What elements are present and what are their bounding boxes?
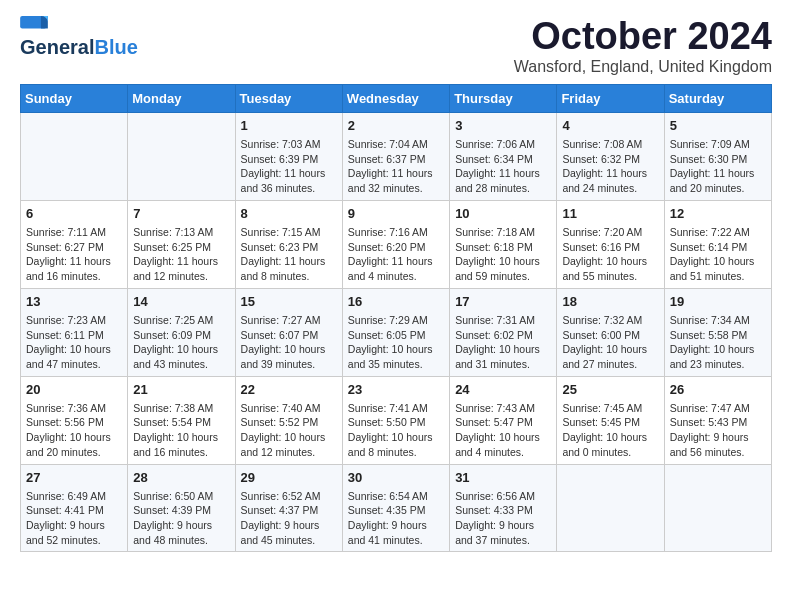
calendar-cell: 17Sunrise: 7:31 AM Sunset: 6:02 PM Dayli… (450, 288, 557, 376)
logo-general: General (20, 36, 94, 59)
day-number: 27 (26, 469, 122, 487)
day-number: 3 (455, 117, 551, 135)
calendar-cell: 7Sunrise: 7:13 AM Sunset: 6:25 PM Daylig… (128, 200, 235, 288)
day-number: 11 (562, 205, 658, 223)
logo-icon (20, 16, 48, 34)
day-number: 8 (241, 205, 337, 223)
day-info: Sunrise: 6:54 AM Sunset: 4:35 PM Dayligh… (348, 489, 444, 548)
logo-blue: Blue (94, 36, 137, 59)
day-number: 6 (26, 205, 122, 223)
day-info: Sunrise: 7:47 AM Sunset: 5:43 PM Dayligh… (670, 401, 766, 460)
calendar-cell (664, 464, 771, 552)
calendar-cell: 13Sunrise: 7:23 AM Sunset: 6:11 PM Dayli… (21, 288, 128, 376)
calendar-week: 1Sunrise: 7:03 AM Sunset: 6:39 PM Daylig… (21, 112, 772, 200)
title-area: October 2024 Wansford, England, United K… (514, 16, 772, 76)
day-info: Sunrise: 7:06 AM Sunset: 6:34 PM Dayligh… (455, 137, 551, 196)
calendar-table: SundayMondayTuesdayWednesdayThursdayFrid… (20, 84, 772, 553)
day-number: 28 (133, 469, 229, 487)
day-info: Sunrise: 7:18 AM Sunset: 6:18 PM Dayligh… (455, 225, 551, 284)
calendar-cell: 25Sunrise: 7:45 AM Sunset: 5:45 PM Dayli… (557, 376, 664, 464)
day-info: Sunrise: 7:27 AM Sunset: 6:07 PM Dayligh… (241, 313, 337, 372)
calendar-cell: 6Sunrise: 7:11 AM Sunset: 6:27 PM Daylig… (21, 200, 128, 288)
day-info: Sunrise: 6:49 AM Sunset: 4:41 PM Dayligh… (26, 489, 122, 548)
day-info: Sunrise: 7:13 AM Sunset: 6:25 PM Dayligh… (133, 225, 229, 284)
calendar-cell: 2Sunrise: 7:04 AM Sunset: 6:37 PM Daylig… (342, 112, 449, 200)
day-number: 4 (562, 117, 658, 135)
day-number: 19 (670, 293, 766, 311)
calendar-cell: 29Sunrise: 6:52 AM Sunset: 4:37 PM Dayli… (235, 464, 342, 552)
day-info: Sunrise: 7:43 AM Sunset: 5:47 PM Dayligh… (455, 401, 551, 460)
header-day: Wednesday (342, 84, 449, 112)
header-day: Saturday (664, 84, 771, 112)
calendar-cell: 27Sunrise: 6:49 AM Sunset: 4:41 PM Dayli… (21, 464, 128, 552)
calendar-cell: 18Sunrise: 7:32 AM Sunset: 6:00 PM Dayli… (557, 288, 664, 376)
day-info: Sunrise: 7:25 AM Sunset: 6:09 PM Dayligh… (133, 313, 229, 372)
day-number: 9 (348, 205, 444, 223)
calendar-cell: 11Sunrise: 7:20 AM Sunset: 6:16 PM Dayli… (557, 200, 664, 288)
calendar-week: 6Sunrise: 7:11 AM Sunset: 6:27 PM Daylig… (21, 200, 772, 288)
calendar-cell: 8Sunrise: 7:15 AM Sunset: 6:23 PM Daylig… (235, 200, 342, 288)
calendar-cell: 24Sunrise: 7:43 AM Sunset: 5:47 PM Dayli… (450, 376, 557, 464)
calendar-cell: 3Sunrise: 7:06 AM Sunset: 6:34 PM Daylig… (450, 112, 557, 200)
calendar-cell: 28Sunrise: 6:50 AM Sunset: 4:39 PM Dayli… (128, 464, 235, 552)
day-info: Sunrise: 7:31 AM Sunset: 6:02 PM Dayligh… (455, 313, 551, 372)
location: Wansford, England, United Kingdom (514, 58, 772, 76)
calendar-cell: 31Sunrise: 6:56 AM Sunset: 4:33 PM Dayli… (450, 464, 557, 552)
day-number: 20 (26, 381, 122, 399)
month-title: October 2024 (514, 16, 772, 58)
header-day: Thursday (450, 84, 557, 112)
day-info: Sunrise: 7:23 AM Sunset: 6:11 PM Dayligh… (26, 313, 122, 372)
day-number: 29 (241, 469, 337, 487)
page-header: General Blue October 2024 Wansford, Engl… (20, 16, 772, 76)
day-number: 25 (562, 381, 658, 399)
day-info: Sunrise: 6:52 AM Sunset: 4:37 PM Dayligh… (241, 489, 337, 548)
calendar-cell: 21Sunrise: 7:38 AM Sunset: 5:54 PM Dayli… (128, 376, 235, 464)
day-number: 5 (670, 117, 766, 135)
day-info: Sunrise: 7:29 AM Sunset: 6:05 PM Dayligh… (348, 313, 444, 372)
day-info: Sunrise: 7:38 AM Sunset: 5:54 PM Dayligh… (133, 401, 229, 460)
day-number: 10 (455, 205, 551, 223)
day-number: 31 (455, 469, 551, 487)
day-info: Sunrise: 7:15 AM Sunset: 6:23 PM Dayligh… (241, 225, 337, 284)
calendar-cell: 14Sunrise: 7:25 AM Sunset: 6:09 PM Dayli… (128, 288, 235, 376)
day-info: Sunrise: 7:11 AM Sunset: 6:27 PM Dayligh… (26, 225, 122, 284)
calendar-cell (21, 112, 128, 200)
calendar-cell: 9Sunrise: 7:16 AM Sunset: 6:20 PM Daylig… (342, 200, 449, 288)
day-info: Sunrise: 7:04 AM Sunset: 6:37 PM Dayligh… (348, 137, 444, 196)
calendar-cell: 15Sunrise: 7:27 AM Sunset: 6:07 PM Dayli… (235, 288, 342, 376)
calendar-week: 13Sunrise: 7:23 AM Sunset: 6:11 PM Dayli… (21, 288, 772, 376)
header-row: SundayMondayTuesdayWednesdayThursdayFrid… (21, 84, 772, 112)
day-number: 14 (133, 293, 229, 311)
calendar-cell: 16Sunrise: 7:29 AM Sunset: 6:05 PM Dayli… (342, 288, 449, 376)
calendar-cell: 10Sunrise: 7:18 AM Sunset: 6:18 PM Dayli… (450, 200, 557, 288)
calendar-week: 20Sunrise: 7:36 AM Sunset: 5:56 PM Dayli… (21, 376, 772, 464)
day-info: Sunrise: 7:34 AM Sunset: 5:58 PM Dayligh… (670, 313, 766, 372)
day-info: Sunrise: 7:32 AM Sunset: 6:00 PM Dayligh… (562, 313, 658, 372)
day-number: 17 (455, 293, 551, 311)
day-info: Sunrise: 7:16 AM Sunset: 6:20 PM Dayligh… (348, 225, 444, 284)
day-info: Sunrise: 7:40 AM Sunset: 5:52 PM Dayligh… (241, 401, 337, 460)
header-day: Friday (557, 84, 664, 112)
day-number: 15 (241, 293, 337, 311)
calendar-cell: 4Sunrise: 7:08 AM Sunset: 6:32 PM Daylig… (557, 112, 664, 200)
calendar-cell: 5Sunrise: 7:09 AM Sunset: 6:30 PM Daylig… (664, 112, 771, 200)
day-number: 30 (348, 469, 444, 487)
day-number: 23 (348, 381, 444, 399)
calendar-cell: 23Sunrise: 7:41 AM Sunset: 5:50 PM Dayli… (342, 376, 449, 464)
day-number: 21 (133, 381, 229, 399)
day-info: Sunrise: 7:08 AM Sunset: 6:32 PM Dayligh… (562, 137, 658, 196)
day-info: Sunrise: 7:41 AM Sunset: 5:50 PM Dayligh… (348, 401, 444, 460)
header-day: Tuesday (235, 84, 342, 112)
day-info: Sunrise: 7:20 AM Sunset: 6:16 PM Dayligh… (562, 225, 658, 284)
day-info: Sunrise: 7:36 AM Sunset: 5:56 PM Dayligh… (26, 401, 122, 460)
day-info: Sunrise: 7:45 AM Sunset: 5:45 PM Dayligh… (562, 401, 658, 460)
day-info: Sunrise: 6:56 AM Sunset: 4:33 PM Dayligh… (455, 489, 551, 548)
day-info: Sunrise: 7:22 AM Sunset: 6:14 PM Dayligh… (670, 225, 766, 284)
day-number: 22 (241, 381, 337, 399)
logo: General Blue (20, 16, 138, 59)
calendar-cell: 1Sunrise: 7:03 AM Sunset: 6:39 PM Daylig… (235, 112, 342, 200)
calendar-cell (557, 464, 664, 552)
day-info: Sunrise: 7:09 AM Sunset: 6:30 PM Dayligh… (670, 137, 766, 196)
day-number: 16 (348, 293, 444, 311)
day-number: 7 (133, 205, 229, 223)
